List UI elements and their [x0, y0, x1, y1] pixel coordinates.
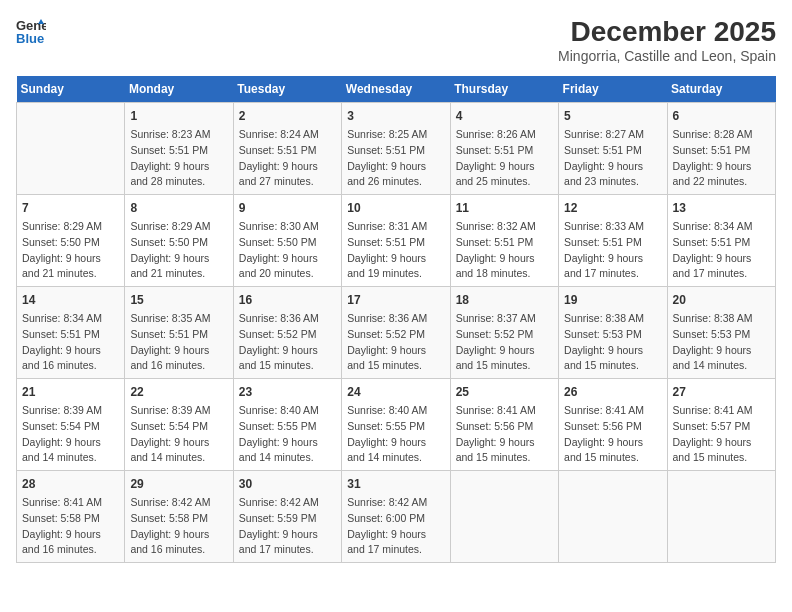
day-number: 5	[564, 107, 661, 125]
day-content: Sunrise: 8:32 AM Sunset: 5:51 PM Dayligh…	[456, 219, 553, 282]
day-number: 3	[347, 107, 444, 125]
calendar-cell: 22Sunrise: 8:39 AM Sunset: 5:54 PM Dayli…	[125, 379, 233, 471]
day-number: 28	[22, 475, 119, 493]
calendar-cell: 4Sunrise: 8:26 AM Sunset: 5:51 PM Daylig…	[450, 103, 558, 195]
day-content: Sunrise: 8:41 AM Sunset: 5:56 PM Dayligh…	[564, 403, 661, 466]
day-content: Sunrise: 8:34 AM Sunset: 5:51 PM Dayligh…	[673, 219, 770, 282]
day-content: Sunrise: 8:25 AM Sunset: 5:51 PM Dayligh…	[347, 127, 444, 190]
day-number: 2	[239, 107, 336, 125]
day-number: 23	[239, 383, 336, 401]
day-number: 12	[564, 199, 661, 217]
day-number: 17	[347, 291, 444, 309]
day-content: Sunrise: 8:31 AM Sunset: 5:51 PM Dayligh…	[347, 219, 444, 282]
day-content: Sunrise: 8:39 AM Sunset: 5:54 PM Dayligh…	[130, 403, 227, 466]
calendar-week-row: 28Sunrise: 8:41 AM Sunset: 5:58 PM Dayli…	[17, 471, 776, 563]
day-number: 24	[347, 383, 444, 401]
calendar-body: 1Sunrise: 8:23 AM Sunset: 5:51 PM Daylig…	[17, 103, 776, 563]
day-number: 21	[22, 383, 119, 401]
title-area: December 2025 Mingorria, Castille and Le…	[558, 16, 776, 64]
day-number: 13	[673, 199, 770, 217]
day-content: Sunrise: 8:36 AM Sunset: 5:52 PM Dayligh…	[347, 311, 444, 374]
calendar-cell: 18Sunrise: 8:37 AM Sunset: 5:52 PM Dayli…	[450, 287, 558, 379]
calendar-cell: 2Sunrise: 8:24 AM Sunset: 5:51 PM Daylig…	[233, 103, 341, 195]
day-content: Sunrise: 8:38 AM Sunset: 5:53 PM Dayligh…	[564, 311, 661, 374]
day-of-week-header: Monday	[125, 76, 233, 103]
calendar-cell: 20Sunrise: 8:38 AM Sunset: 5:53 PM Dayli…	[667, 287, 775, 379]
day-content: Sunrise: 8:40 AM Sunset: 5:55 PM Dayligh…	[347, 403, 444, 466]
calendar-cell: 26Sunrise: 8:41 AM Sunset: 5:56 PM Dayli…	[559, 379, 667, 471]
calendar-cell	[17, 103, 125, 195]
day-number: 25	[456, 383, 553, 401]
day-content: Sunrise: 8:33 AM Sunset: 5:51 PM Dayligh…	[564, 219, 661, 282]
day-content: Sunrise: 8:41 AM Sunset: 5:56 PM Dayligh…	[456, 403, 553, 466]
calendar-cell: 25Sunrise: 8:41 AM Sunset: 5:56 PM Dayli…	[450, 379, 558, 471]
day-content: Sunrise: 8:34 AM Sunset: 5:51 PM Dayligh…	[22, 311, 119, 374]
day-number: 16	[239, 291, 336, 309]
day-number: 11	[456, 199, 553, 217]
day-content: Sunrise: 8:40 AM Sunset: 5:55 PM Dayligh…	[239, 403, 336, 466]
page-title: December 2025	[558, 16, 776, 48]
day-content: Sunrise: 8:41 AM Sunset: 5:57 PM Dayligh…	[673, 403, 770, 466]
day-number: 22	[130, 383, 227, 401]
day-number: 20	[673, 291, 770, 309]
day-number: 7	[22, 199, 119, 217]
day-of-week-header: Wednesday	[342, 76, 450, 103]
calendar-cell: 7Sunrise: 8:29 AM Sunset: 5:50 PM Daylig…	[17, 195, 125, 287]
calendar-cell: 10Sunrise: 8:31 AM Sunset: 5:51 PM Dayli…	[342, 195, 450, 287]
calendar-cell: 12Sunrise: 8:33 AM Sunset: 5:51 PM Dayli…	[559, 195, 667, 287]
day-content: Sunrise: 8:37 AM Sunset: 5:52 PM Dayligh…	[456, 311, 553, 374]
day-number: 18	[456, 291, 553, 309]
calendar-cell: 11Sunrise: 8:32 AM Sunset: 5:51 PM Dayli…	[450, 195, 558, 287]
day-content: Sunrise: 8:39 AM Sunset: 5:54 PM Dayligh…	[22, 403, 119, 466]
calendar-cell: 17Sunrise: 8:36 AM Sunset: 5:52 PM Dayli…	[342, 287, 450, 379]
day-number: 15	[130, 291, 227, 309]
calendar-cell	[450, 471, 558, 563]
day-content: Sunrise: 8:41 AM Sunset: 5:58 PM Dayligh…	[22, 495, 119, 558]
calendar-cell: 3Sunrise: 8:25 AM Sunset: 5:51 PM Daylig…	[342, 103, 450, 195]
calendar-cell: 15Sunrise: 8:35 AM Sunset: 5:51 PM Dayli…	[125, 287, 233, 379]
calendar-week-row: 1Sunrise: 8:23 AM Sunset: 5:51 PM Daylig…	[17, 103, 776, 195]
day-number: 10	[347, 199, 444, 217]
day-content: Sunrise: 8:29 AM Sunset: 5:50 PM Dayligh…	[130, 219, 227, 282]
calendar-cell: 13Sunrise: 8:34 AM Sunset: 5:51 PM Dayli…	[667, 195, 775, 287]
day-of-week-header: Tuesday	[233, 76, 341, 103]
calendar-cell: 8Sunrise: 8:29 AM Sunset: 5:50 PM Daylig…	[125, 195, 233, 287]
calendar-cell: 16Sunrise: 8:36 AM Sunset: 5:52 PM Dayli…	[233, 287, 341, 379]
calendar-cell: 19Sunrise: 8:38 AM Sunset: 5:53 PM Dayli…	[559, 287, 667, 379]
day-content: Sunrise: 8:23 AM Sunset: 5:51 PM Dayligh…	[130, 127, 227, 190]
calendar-cell: 5Sunrise: 8:27 AM Sunset: 5:51 PM Daylig…	[559, 103, 667, 195]
calendar-cell: 30Sunrise: 8:42 AM Sunset: 5:59 PM Dayli…	[233, 471, 341, 563]
calendar-cell	[667, 471, 775, 563]
day-number: 6	[673, 107, 770, 125]
calendar-week-row: 21Sunrise: 8:39 AM Sunset: 5:54 PM Dayli…	[17, 379, 776, 471]
day-content: Sunrise: 8:28 AM Sunset: 5:51 PM Dayligh…	[673, 127, 770, 190]
logo: General Blue	[16, 16, 46, 46]
day-number: 31	[347, 475, 444, 493]
calendar-week-row: 7Sunrise: 8:29 AM Sunset: 5:50 PM Daylig…	[17, 195, 776, 287]
logo-icon: General Blue	[16, 16, 46, 46]
calendar-cell	[559, 471, 667, 563]
day-content: Sunrise: 8:42 AM Sunset: 5:58 PM Dayligh…	[130, 495, 227, 558]
day-content: Sunrise: 8:24 AM Sunset: 5:51 PM Dayligh…	[239, 127, 336, 190]
day-number: 14	[22, 291, 119, 309]
day-number: 30	[239, 475, 336, 493]
day-number: 26	[564, 383, 661, 401]
day-of-week-header: Saturday	[667, 76, 775, 103]
day-content: Sunrise: 8:30 AM Sunset: 5:50 PM Dayligh…	[239, 219, 336, 282]
day-content: Sunrise: 8:35 AM Sunset: 5:51 PM Dayligh…	[130, 311, 227, 374]
calendar-cell: 31Sunrise: 8:42 AM Sunset: 6:00 PM Dayli…	[342, 471, 450, 563]
calendar-header-row: SundayMondayTuesdayWednesdayThursdayFrid…	[17, 76, 776, 103]
svg-text:Blue: Blue	[16, 31, 44, 46]
day-number: 29	[130, 475, 227, 493]
calendar-cell: 24Sunrise: 8:40 AM Sunset: 5:55 PM Dayli…	[342, 379, 450, 471]
calendar-week-row: 14Sunrise: 8:34 AM Sunset: 5:51 PM Dayli…	[17, 287, 776, 379]
calendar-table: SundayMondayTuesdayWednesdayThursdayFrid…	[16, 76, 776, 563]
day-number: 1	[130, 107, 227, 125]
calendar-cell: 21Sunrise: 8:39 AM Sunset: 5:54 PM Dayli…	[17, 379, 125, 471]
day-number: 27	[673, 383, 770, 401]
day-number: 19	[564, 291, 661, 309]
page-subtitle: Mingorria, Castille and Leon, Spain	[558, 48, 776, 64]
calendar-cell: 14Sunrise: 8:34 AM Sunset: 5:51 PM Dayli…	[17, 287, 125, 379]
day-number: 4	[456, 107, 553, 125]
day-content: Sunrise: 8:27 AM Sunset: 5:51 PM Dayligh…	[564, 127, 661, 190]
